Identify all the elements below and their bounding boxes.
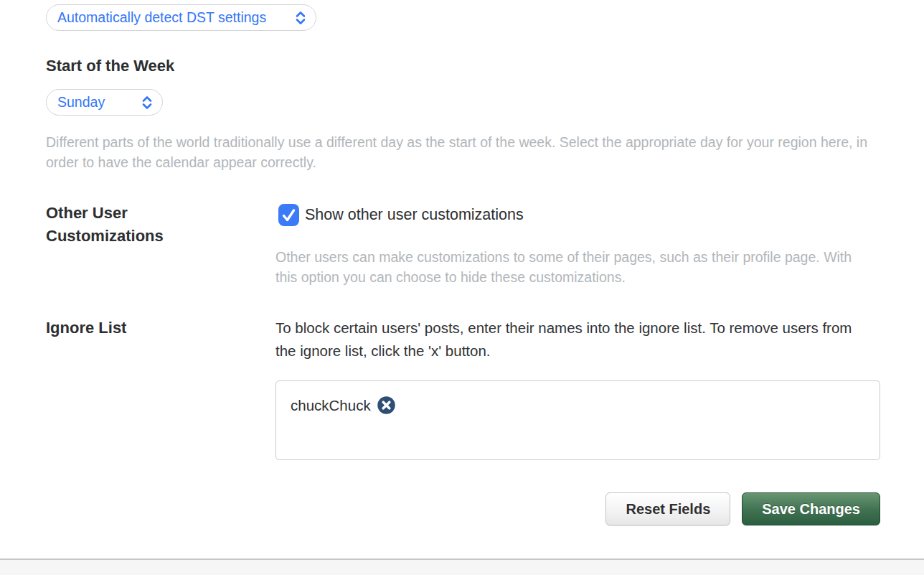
show-customizations-checkbox-row: Show other user customizations (278, 204, 524, 226)
remove-entry-button[interactable] (377, 396, 395, 414)
other-user-customizations-label: Other User Customizations (46, 202, 211, 248)
start-of-week-select-value: Sunday (57, 94, 105, 111)
x-circle-icon (377, 396, 395, 414)
ignore-list-field[interactable]: chuckChuck (275, 380, 880, 460)
ignore-list-entry: chuckChuck (291, 396, 395, 414)
checkmark-icon (278, 204, 299, 226)
footer-bar (0, 560, 924, 575)
ignore-list-description: To block certain users' posts, enter the… (275, 317, 853, 363)
dst-settings-select-value: Automatically detect DST settings (57, 9, 266, 26)
start-of-week-select[interactable]: Sunday (46, 89, 163, 116)
chevron-up-down-icon (141, 95, 153, 110)
start-of-week-help: Different parts of the world traditional… (46, 132, 877, 172)
dst-settings-select[interactable]: Automatically detect DST settings (46, 4, 316, 31)
ignore-list-label: Ignore List (46, 317, 126, 340)
start-of-week-heading: Start of the Week (46, 55, 174, 78)
form-actions: Reset Fields Save Changes (605, 492, 880, 525)
show-customizations-label: Show other user customizations (305, 204, 524, 226)
ignore-list-entry-name: chuckChuck (291, 397, 371, 414)
chevron-up-down-icon (295, 11, 306, 25)
save-changes-button[interactable]: Save Changes (742, 492, 880, 525)
show-customizations-checkbox[interactable] (278, 204, 299, 226)
settings-page: Automatically detect DST settings Start … (0, 0, 924, 575)
other-user-customizations-help: Other users can make customizations to s… (275, 247, 853, 287)
reset-fields-button[interactable]: Reset Fields (605, 492, 730, 525)
